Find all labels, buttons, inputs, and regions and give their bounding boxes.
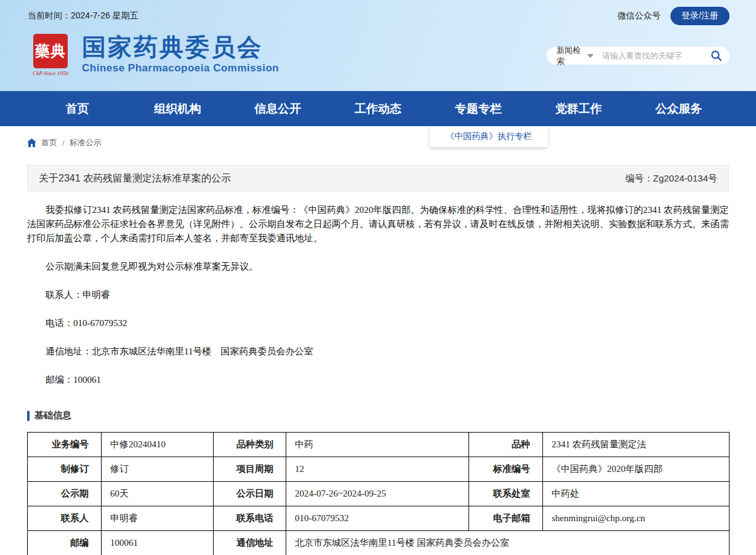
notice-title-bar: 关于2341 农药残留量测定法标准草案的公示 编号：Zg2024-0134号 [27, 165, 729, 192]
cell-value: shenmingrui@chp.org.cn [543, 506, 730, 531]
basic-info-title: 基础信息 [34, 410, 71, 421]
cell-label: 项目周期 [214, 457, 286, 482]
notice-phone: 电话：010-67079532 [27, 316, 729, 330]
seal-text: 藥典 [35, 41, 66, 61]
breadcrumb-home[interactable]: 首页 [41, 137, 57, 148]
cell-label: 品种 [469, 433, 543, 457]
nav-item-public-service[interactable]: 公众服务 [629, 91, 729, 126]
notice-body: 我委拟修订2341 农药残留量测定法国家药品标准，标准编号：《中国药典》2020… [27, 203, 729, 387]
search-category-select[interactable]: 新闻检索 [557, 45, 593, 67]
cell-value: 12 [286, 457, 469, 482]
cell-value: 中修20240410 [102, 433, 214, 457]
notice-content: 关于2341 农药残留量测定法标准草案的公示 编号：Zg2024-0134号 我… [27, 165, 729, 555]
seal-caption: ChP Since 1950 [33, 70, 68, 76]
cell-label: 联系电话 [214, 506, 286, 531]
notice-paragraph-main: 我委拟修订2341 农药残留量测定法国家药品标准，标准编号：《中国药典》2020… [27, 203, 729, 246]
cell-value: 申明睿 [102, 506, 214, 531]
cell-label: 业务编号 [28, 433, 102, 457]
notice-doc-number: 编号：Zg2024-0134号 [625, 173, 717, 185]
cell-label: 标准编号 [469, 457, 543, 482]
cell-value: 2024-07-26~2024-09-25 [286, 482, 469, 506]
table-row: 业务编号 中修20240410 品种类别 中药 品种 2341 农药残留量测定法 [28, 433, 730, 457]
notice-paragraph-no-objection: 公示期满未回复意见即视为对公示标准草案无异议。 [27, 260, 729, 274]
seal-icon: 藥典 [33, 34, 68, 68]
wechat-link[interactable]: 微信公众号 [617, 10, 661, 22]
cell-value: 2341 农药残留量测定法 [543, 433, 730, 457]
cell-value: 北京市东城区法华南里11号楼 国家药典委员会办公室 [286, 531, 730, 555]
nav-item-home[interactable]: 首页 [27, 91, 127, 126]
login-register-button[interactable]: 登录/注册 [670, 7, 730, 25]
cell-value: 《中国药典》2020年版四部 [543, 457, 730, 482]
top-bar: 当前时间：2024-7-26 星期五 微信公众号 登录/注册 [28, 7, 730, 25]
table-row: 公示期 60天 公示日期 2024-07-26~2024-09-25 联系处室 … [28, 482, 730, 506]
cell-value: 60天 [102, 482, 214, 506]
breadcrumb: 首页 / 标准公示 [27, 126, 729, 149]
breadcrumb-separator: / [62, 138, 65, 148]
site-header: 当前时间：2024-7-26 星期五 微信公众号 登录/注册 藥典 ChP Si… [0, 0, 756, 91]
table-row: 制修订 修订 项目周期 12 标准编号 《中国药典》2020年版四部 [28, 457, 730, 482]
nav-item-info-disclosure[interactable]: 信息公开 [228, 91, 328, 126]
nav-dropdown-panel: 《中国药典》执行专栏 [430, 126, 548, 147]
table-row: 邮编 100061 通信地址 北京市东城区法华南里11号楼 国家药典委员会办公室 [28, 531, 730, 555]
table-row: 联系人 申明睿 联系电话 010-67079532 电子邮箱 shenmingr… [28, 506, 730, 531]
current-time: 当前时间：2024-7-26 星期五 [28, 10, 139, 22]
dropdown-item-chp-execution[interactable]: 《中国药典》执行专栏 [446, 131, 532, 142]
site-name: 国家药典委员会 [82, 34, 279, 61]
notice-title: 关于2341 农药残留量测定法标准草案的公示 [39, 172, 231, 185]
notice-contact-person: 联系人：申明睿 [27, 288, 729, 302]
cell-value: 修订 [102, 457, 214, 482]
cell-label: 制修订 [28, 457, 102, 482]
nav-item-organization[interactable]: 组织机构 [127, 91, 228, 126]
nav-item-work-updates[interactable]: 工作动态 [328, 91, 428, 126]
cell-label: 联系处室 [469, 482, 543, 506]
nav-item-party-work[interactable]: 党群工作 [528, 91, 629, 126]
basic-info-table: 业务编号 中修20240410 品种类别 中药 品种 2341 农药残留量测定法… [27, 432, 730, 555]
brand: 藥典 ChP Since 1950 国家药典委员会 Chinese Pharma… [28, 34, 279, 79]
search-button[interactable] [710, 50, 722, 62]
cell-value: 100061 [102, 531, 214, 555]
site-name-en: Chinese Pharmacopoeia Commission [82, 62, 279, 74]
main-nav: 首页 组织机构 信息公开 工作动态 专题专栏 党群工作 公众服务 《中国药典》执… [0, 91, 756, 126]
nav-list: 首页 组织机构 信息公开 工作动态 专题专栏 党群工作 公众服务 [27, 91, 729, 126]
cell-label: 公示日期 [214, 482, 286, 506]
cell-value: 中药处 [543, 482, 730, 506]
cell-label: 电子邮箱 [469, 506, 543, 531]
notice-mailing-address: 通信地址：北京市东城区法华南里11号楼 国家药典委员会办公室 [27, 345, 729, 359]
search-category-label: 新闻检索 [557, 45, 582, 67]
notice-postal-code: 邮编：100061 [27, 373, 729, 387]
chp-seal-logo: 藥典 ChP Since 1950 [28, 34, 73, 79]
cell-label: 邮编 [28, 531, 102, 555]
cell-label: 联系人 [28, 506, 102, 531]
home-icon[interactable] [27, 138, 36, 147]
topbar-right: 微信公众号 登录/注册 [617, 7, 730, 25]
cell-value: 中药 [286, 433, 469, 457]
search-icon [710, 50, 722, 62]
basic-info-section-header: 基础信息 [27, 410, 729, 421]
chevron-down-icon [587, 54, 593, 58]
section-accent-bar [27, 411, 30, 421]
brand-text: 国家药典委员会 Chinese Pharmacopoeia Commission [82, 34, 279, 74]
search-input[interactable] [602, 51, 710, 60]
cell-label: 品种类别 [214, 433, 286, 457]
cell-value: 010-67079532 [286, 506, 469, 531]
cell-label: 公示期 [28, 482, 102, 506]
nav-item-special-columns[interactable]: 专题专栏 [428, 91, 528, 126]
breadcrumb-current[interactable]: 标准公示 [70, 137, 102, 148]
cell-label: 通信地址 [214, 531, 286, 555]
search-bar: 新闻检索 [547, 47, 730, 65]
